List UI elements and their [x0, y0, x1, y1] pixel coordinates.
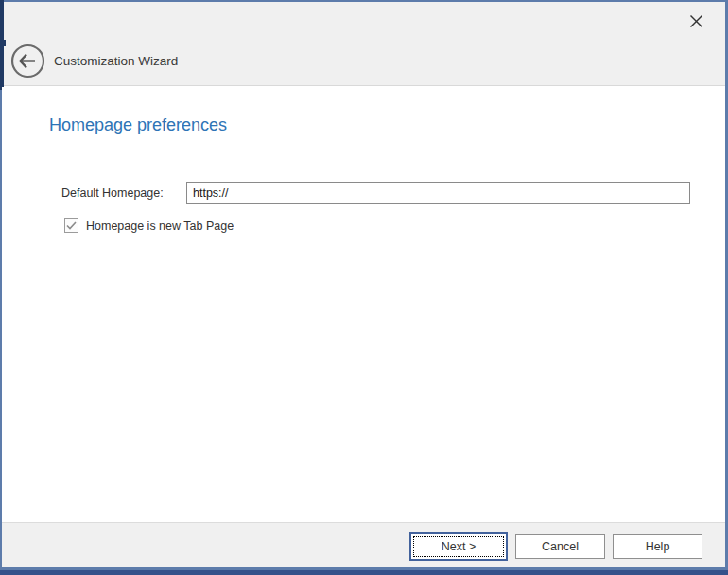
new-tab-checkbox[interactable]: [64, 218, 78, 233]
background-window-edge-notch: [4, 40, 6, 46]
homepage-field-label: Default Homepage:: [61, 186, 164, 200]
homepage-input[interactable]: [186, 182, 690, 204]
back-arrow-icon: [10, 44, 45, 78]
close-icon: [689, 14, 703, 28]
next-button[interactable]: Next >: [409, 532, 508, 561]
help-button[interactable]: Help: [613, 534, 702, 559]
wizard-title: Customization Wizard: [54, 52, 178, 71]
cancel-button[interactable]: Cancel: [515, 534, 605, 559]
new-tab-checkbox-row[interactable]: Homepage is new Tab Page: [64, 218, 234, 233]
wizard-page: Homepage preferences Default Homepage: H…: [2, 87, 725, 522]
check-icon: [66, 221, 77, 230]
new-tab-checkbox-label: Homepage is new Tab Page: [86, 219, 234, 233]
wizard-footer: Next > Cancel Help: [2, 522, 725, 567]
footer-buttons: Next > Cancel Help: [409, 532, 702, 561]
page-title: Homepage preferences: [49, 115, 227, 135]
wizard-dialog: Customization Wizard Homepage preference…: [0, 0, 728, 575]
window-border-bottom-dark: [0, 570, 728, 575]
wizard-header: Customization Wizard: [2, 2, 725, 86]
close-button[interactable]: [682, 7, 710, 35]
back-button[interactable]: [10, 44, 45, 78]
